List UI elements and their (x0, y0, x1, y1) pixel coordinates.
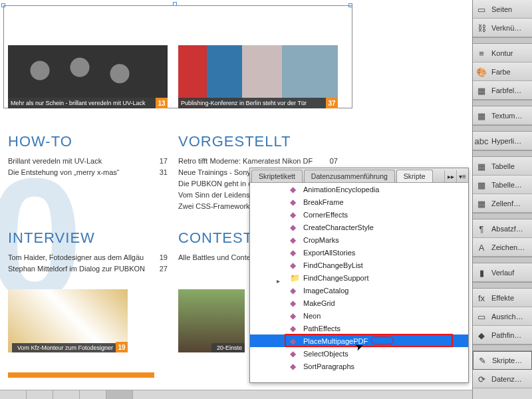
panel-kontur[interactable]: ≡Kontur (473, 44, 532, 63)
toc-line: Tom Haider, Fotodesigner aus dem Allgäu1… (8, 252, 168, 263)
script-icon: ◆ (290, 299, 299, 308)
article-caption: Publishing-Konferenz in Berlin steht vor… (178, 98, 338, 108)
panel-zellenf[interactable]: ▦Zellenf… (473, 194, 532, 213)
panel-tabelle[interactable]: ▦Tabelle… (473, 176, 532, 194)
panel-label: Farbfel… (491, 86, 521, 94)
toc-page: 31 (160, 167, 168, 178)
panel-icon: ▭ (475, 311, 487, 322)
script-name: ExportAllStories (303, 249, 355, 257)
status-bar (0, 390, 472, 399)
script-item-findchangebylist[interactable]: ◆FindChangeByList (250, 259, 468, 271)
script-item-imagecatalog[interactable]: ◆ImageCatalog (250, 284, 468, 297)
thumb-page-num: 19 (116, 342, 128, 352)
panel-label: Tabelle (491, 162, 515, 170)
panel-icon: ▦ (475, 198, 487, 209)
panel-label: Hyperli… (491, 137, 521, 145)
panel-datenz[interactable]: ⟳Datenz… (473, 370, 532, 388)
script-icon: ◆ (290, 324, 299, 333)
article-page-num: 37 (326, 98, 338, 108)
script-name: SortParagraphs (303, 362, 354, 370)
script-name: BreakFrame (303, 198, 344, 206)
panel-pathfin[interactable]: ◆Pathfin… (473, 326, 532, 344)
panel-icon: ≡ (475, 48, 487, 59)
thumb-img-2[interactable]: 20-Einste (178, 289, 245, 352)
script-icon: ◆ (290, 286, 299, 295)
panel-skripte[interactable]: ✎Skripte… (473, 351, 532, 370)
panel-effekte[interactable]: fxEffekte (473, 289, 532, 307)
panel-verknü[interactable]: ⛓Verknü… (473, 19, 532, 37)
panel-icon: ⟳ (475, 374, 487, 384)
article-page-num: 13 (156, 98, 168, 108)
section-title: VORGESTELLT (178, 133, 338, 150)
panel-icon: ⛓ (475, 23, 487, 33)
script-item-makegrid[interactable]: ◆MakeGrid (250, 297, 468, 309)
thumb-caption: Vom Kfz-Monteur zum Fotodesigner (12, 343, 116, 352)
panel-label: Tabelle… (491, 181, 522, 189)
panel-icon: ▭ (475, 4, 487, 15)
tab-skripte[interactable]: Skripte (396, 170, 433, 182)
article-thumb-1[interactable]: Mehr als nur Schein - brillant veredeln … (8, 45, 168, 108)
expand-caret-icon[interactable]: ▸ (277, 277, 280, 285)
script-name: CropMarks (303, 236, 339, 244)
script-item-sortparagraphs[interactable]: ◆SortParagraphs (250, 360, 468, 372)
section-interview: INTERVIEW Tom Haider, Fotodesigner aus d… (8, 229, 168, 275)
tab-skriptetikett[interactable]: Skriptetikett (251, 170, 303, 182)
section-title: HOW-TO (8, 133, 168, 150)
panel-label: Kontur (491, 49, 513, 57)
panel-zeichen[interactable]: AZeichen… (473, 238, 532, 257)
script-icon: ◆ (290, 223, 299, 232)
script-icon: ◆ (290, 185, 299, 194)
script-item-exportallstories[interactable]: ◆ExportAllStories (250, 246, 468, 259)
script-item-cropmarks[interactable]: ◆CropMarks (250, 233, 468, 246)
script-name: SelectObjects (303, 350, 348, 358)
toc-text: Stephan Mitteldorf im Dialog zur PUBKON (8, 263, 145, 275)
folder-icon: 📁 (290, 273, 299, 283)
script-icon: ◆ (290, 336, 299, 346)
panel-verlauf[interactable]: ▮Verlauf (473, 263, 532, 282)
toc-text: Neue Trainings - Sony V (178, 167, 257, 178)
script-name: Neon (303, 312, 321, 320)
panel-menu-icon[interactable]: ▾≡ (456, 170, 468, 182)
footer-bar (8, 372, 154, 378)
panel-icon: ▦ (475, 180, 487, 190)
toc-line: Brillant veredeln mit UV-Lack17 (8, 156, 168, 167)
panel-icon: ▦ (475, 85, 487, 96)
script-item-patheffects[interactable]: ◆PathEffects (250, 322, 468, 334)
panel-label: Seiten (491, 5, 512, 13)
thumb-img-1[interactable]: Vom Kfz-Monteur zum Fotodesigner 19 (8, 289, 128, 352)
panel-icon: abc (475, 136, 487, 146)
thumb-caption: 20-Einste (211, 343, 245, 352)
panel-seiten[interactable]: ▭Seiten (473, 0, 532, 19)
panel-label: Ausrich… (491, 313, 523, 321)
panel-farbe[interactable]: 🎨Farbe (473, 63, 532, 81)
script-icon: ◆ (290, 210, 299, 219)
panel-ausrich[interactable]: ▭Ausrich… (473, 307, 532, 326)
script-item-neon[interactable]: ◆Neon (250, 309, 468, 322)
script-item-cornereffects[interactable]: ◆CornerEffects (250, 208, 468, 221)
script-item-findchangesupport[interactable]: 📁FindChangeSupport (250, 271, 468, 284)
panel-textum[interactable]: ▦Textum… (473, 106, 532, 125)
script-icon: ◆ (290, 248, 299, 257)
toc-text: Die Entstehung von „merry x-mas“ (8, 167, 120, 178)
panel-hyperli[interactable]: abcHyperli… (473, 132, 532, 150)
script-icon: ◆ (290, 311, 299, 321)
script-name: FindChangeSupport (303, 274, 368, 282)
panel-label: Farbe (491, 68, 511, 76)
script-item-breakframe[interactable]: ◆BreakFrame (250, 196, 468, 208)
panel-farbfel[interactable]: ▦Farbfel… (473, 81, 532, 100)
section-howto: HOW-TO Brillant veredeln mit UV-Lack17Di… (8, 133, 168, 178)
panel-tabelle[interactable]: ▦Tabelle (473, 157, 532, 176)
panel-dock[interactable]: ▭Seiten⛓Verknü…≡Kontur🎨Farbe▦Farbfel…▦Te… (472, 0, 532, 399)
article-thumb-2[interactable]: Publishing-Konferenz in Berlin steht vor… (178, 45, 338, 108)
panel-absatzf[interactable]: ¶Absatzf… (473, 219, 532, 238)
toc-text: Alle Battles und Contes (178, 252, 254, 263)
toc-line: Die Entstehung von „merry x-mas“31 (8, 167, 168, 178)
script-item-createcharacterstyle[interactable]: ◆CreateCharacterStyle (250, 221, 468, 233)
panel-collapse-icon[interactable]: ▸▸ (444, 170, 456, 182)
script-icon: ◆ (290, 349, 299, 358)
toc-text: Vom Sinn der Leidensch (178, 190, 257, 201)
toc-text: Brillant veredeln mit UV-Lack (8, 156, 102, 167)
tab-datenzusammenfuehrung[interactable]: Datenzusammenführung (304, 170, 395, 182)
panel-icon: ✎ (476, 355, 488, 366)
script-item-animationencyclopedia[interactable]: ◆AnimationEncyclopedia (250, 183, 468, 196)
